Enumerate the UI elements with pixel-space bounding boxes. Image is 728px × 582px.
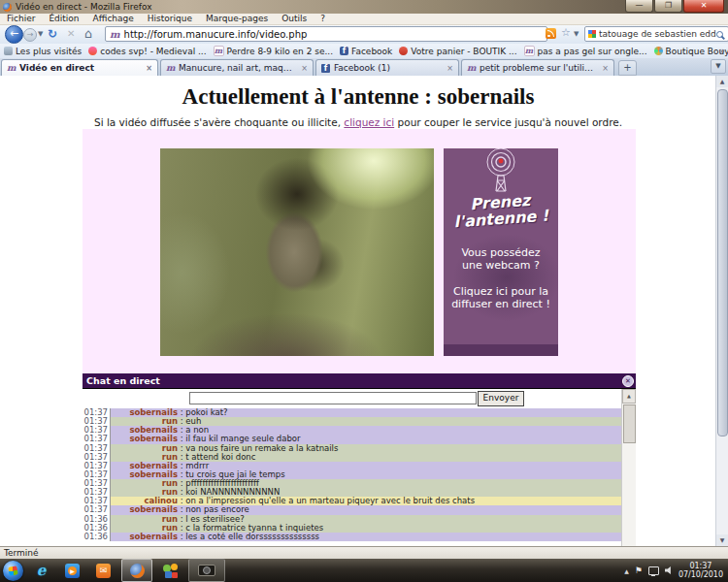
volume-icon[interactable] bbox=[665, 566, 673, 574]
chat-close-icon[interactable]: ✕ bbox=[622, 375, 634, 387]
chat-scroll-up-icon[interactable]: ▲ bbox=[622, 389, 636, 404]
url-text: http://forum.manucure.info/video.php bbox=[124, 29, 308, 40]
chat-scroll-thumb[interactable] bbox=[623, 404, 636, 443]
menu-item-?[interactable]: ? bbox=[314, 14, 332, 24]
tab-manucure-nail-art[interactable]: mManucure, nail art, maquillage, cils,..… bbox=[160, 59, 314, 76]
bookmark-item[interactable]: Les plus visités bbox=[4, 47, 82, 56]
subtitle-text-before: Si la vidéo diffusée s'avère choquante o… bbox=[94, 116, 344, 128]
rss-icon[interactable] bbox=[546, 28, 556, 39]
bookmark-label: Les plus visités bbox=[16, 47, 82, 56]
tab-close-icon[interactable]: × bbox=[447, 64, 453, 73]
tile-icon bbox=[4, 47, 13, 55]
new-tab-button[interactable]: + bbox=[618, 60, 637, 76]
taskbar-clock[interactable]: 01:37 07/10/2010 bbox=[678, 562, 723, 579]
window-title: Vidéo en direct - Mozilla Firefox bbox=[16, 2, 152, 12]
taskbar-webcam-icon[interactable] bbox=[188, 559, 225, 582]
tray-expand-icon[interactable]: ▲ bbox=[624, 567, 629, 574]
cut-service-link[interactable]: cliquez ici bbox=[344, 116, 394, 128]
menu-item-affichage[interactable]: Affichage bbox=[86, 14, 141, 24]
bookmark-item[interactable]: Boutique Bouygues Te... bbox=[654, 47, 728, 56]
history-dropdown-icon[interactable]: ▼ bbox=[38, 30, 43, 38]
chat-message-row: 01:37sobernails : a non bbox=[83, 426, 621, 435]
network-icon[interactable] bbox=[648, 566, 659, 575]
message-time: 01:36 bbox=[83, 524, 111, 533]
minimize-button[interactable]: — bbox=[625, 0, 653, 13]
back-button[interactable]: ← bbox=[5, 25, 23, 44]
list-tabs-icon[interactable]: ▼ bbox=[711, 59, 726, 74]
reload-button[interactable]: ↻ bbox=[48, 27, 57, 41]
message-time: 01:37 bbox=[83, 444, 111, 453]
send-button[interactable]: Envoyer bbox=[478, 391, 524, 406]
scroll-thumb[interactable] bbox=[717, 89, 728, 436]
menu-item-marquepages[interactable]: Marque-pages bbox=[199, 14, 275, 24]
search-icon[interactable] bbox=[716, 31, 723, 38]
taskbar-media-player-icon[interactable]: ▶ bbox=[59, 560, 85, 581]
message-time: 01:36 bbox=[83, 533, 111, 541]
action-center-flag-icon[interactable]: ⚑ bbox=[635, 566, 643, 575]
message-band: run : euh bbox=[111, 417, 621, 426]
message-band: sobernails : tu crois que jai le temps bbox=[111, 470, 621, 479]
menu-item-dition[interactable]: Édition bbox=[42, 14, 85, 24]
page-subtitle: Si la vidéo diffusée s'avère choquante o… bbox=[0, 116, 716, 128]
taskbar-messenger-icon[interactable] bbox=[157, 560, 183, 581]
taskbar-ie-icon[interactable]: e bbox=[28, 560, 54, 581]
clock-time: 01:37 bbox=[678, 562, 723, 570]
tab-close-icon[interactable]: × bbox=[602, 64, 609, 73]
webcam-promo-banner[interactable]: Prenez l'antenne ! Vous possédez une web… bbox=[444, 148, 558, 356]
chat-messages: 01:37sobernails : pokoi kat?01:37run : e… bbox=[83, 408, 621, 546]
menu-item-historique[interactable]: Historique bbox=[141, 14, 199, 24]
message-time: 01:37 bbox=[83, 417, 111, 426]
message-band: run : va nous faire un remake a la katna… bbox=[111, 444, 621, 453]
menu-item-fichier[interactable]: Fichier bbox=[0, 14, 42, 24]
tab-vido-en-direct[interactable]: mVidéo en direct× bbox=[1, 59, 158, 76]
message-text: : va nous faire un remake a la katnails bbox=[178, 444, 338, 453]
chat-message-row: 01:37run : va nous faire un remake a la … bbox=[83, 444, 621, 453]
bookmark-label: Facebook bbox=[351, 47, 392, 56]
message-text: : c la formatrice tyanna t inquietes bbox=[178, 524, 323, 533]
message-band: run : koi NANNNNNNNNNNN bbox=[111, 488, 621, 497]
close-button[interactable]: ✕ bbox=[683, 0, 724, 13]
url-bar[interactable]: m http://forum.manucure.info/video.php bbox=[105, 26, 547, 42]
message-band: sobernails : il fau kil mange seule dabo… bbox=[111, 435, 621, 443]
tab-facebook-(1)[interactable]: fFacebook (1)× bbox=[315, 59, 459, 76]
chat-message-row: 01:37sobernails : pokoi kat? bbox=[83, 408, 621, 417]
chat-body: Envoyer 01:37sobernails : pokoi kat?01:3… bbox=[83, 389, 636, 546]
bookmark-item[interactable]: mPerdre 8-9 kilo en 2 se... bbox=[214, 46, 333, 56]
stop-button[interactable]: ✕ bbox=[67, 28, 75, 39]
message-band: run : pffffffffffffffffffffffff bbox=[111, 479, 621, 488]
tab-close-icon[interactable]: × bbox=[301, 64, 308, 73]
message-author: run bbox=[114, 515, 178, 524]
chat-scrollbar[interactable]: ▲ bbox=[621, 389, 636, 546]
taskbar-mail-icon[interactable]: ✉ bbox=[90, 560, 116, 581]
chat-message-row: 01:37sobernails : il fau kil mange seule… bbox=[83, 435, 621, 443]
tab-close-icon[interactable]: × bbox=[146, 64, 152, 73]
bookmark-label: Perdre 8-9 kilo en 2 se... bbox=[227, 47, 333, 56]
tab-petit-probleme-sur[interactable]: mpetit probleme sur l'utilisation d'un .… bbox=[461, 59, 614, 76]
scroll-down-icon[interactable]: ▼ bbox=[716, 534, 728, 546]
search-box[interactable]: tatouage de sebastien edde bbox=[584, 26, 728, 42]
taskbar-firefox-icon[interactable] bbox=[121, 559, 152, 582]
chat-message-row: 01:37sobernails : mdrrr bbox=[83, 462, 621, 470]
chat-panel: Chat en direct ✕ Envoyer 01:37sobernails… bbox=[83, 373, 636, 546]
browser-scrollbar[interactable]: ▲ ▼ bbox=[715, 76, 728, 546]
bookmark-label: pas a pas gel sur ongle... bbox=[538, 47, 647, 56]
bookmarks-overflow-chevron[interactable]: » bbox=[719, 46, 725, 56]
bookmark-dropdown-icon[interactable]: ▼ bbox=[574, 30, 579, 38]
message-author: run bbox=[114, 453, 178, 462]
chat-input[interactable] bbox=[189, 392, 477, 404]
bookmark-item[interactable]: mpas a pas gel sur ongle... bbox=[524, 46, 647, 56]
bookmark-item[interactable]: codes svp! - Medieval ... bbox=[88, 47, 206, 56]
bookmark-star-icon[interactable]: ☆ bbox=[561, 26, 571, 39]
message-text: : tu crois que jai le temps bbox=[178, 470, 285, 479]
message-text: : koi NANNNNNNNNNNN bbox=[178, 488, 280, 497]
home-button[interactable]: ⌂ bbox=[84, 26, 92, 41]
maximize-button[interactable]: ❐ bbox=[654, 0, 682, 13]
bookmark-item[interactable]: Votre panier - BOUTIK ... bbox=[399, 47, 516, 56]
search-input[interactable]: tatouage de sebastien edde bbox=[599, 29, 716, 39]
bookmark-item[interactable]: fFacebook bbox=[340, 47, 392, 56]
scroll-up-icon[interactable]: ▲ bbox=[716, 76, 728, 87]
banner-cta[interactable]: Cliquez ici pour la diffuser en direct ! bbox=[450, 285, 551, 310]
start-button[interactable] bbox=[3, 561, 23, 581]
forward-button[interactable]: → bbox=[23, 28, 37, 42]
menu-item-outils[interactable]: Outils bbox=[275, 14, 314, 24]
